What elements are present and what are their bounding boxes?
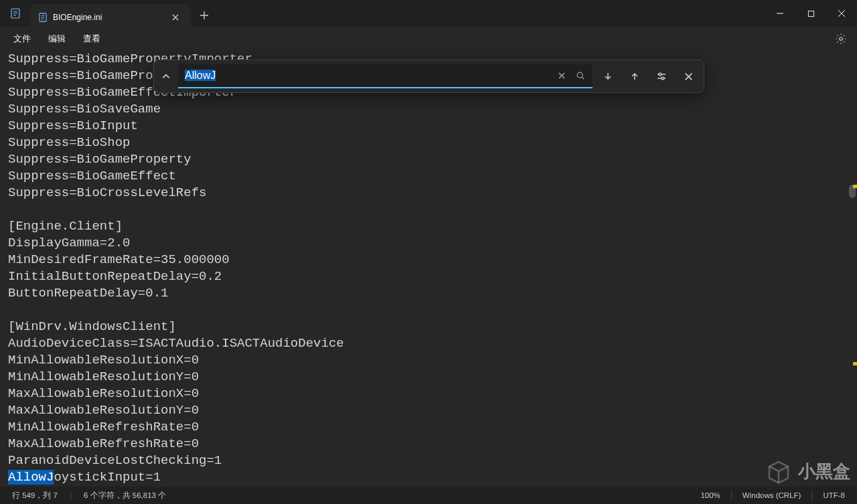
editor-line: DisplayGamma=2.0 <box>8 235 857 252</box>
find-options-button[interactable] <box>650 65 673 88</box>
search-icon[interactable] <box>571 66 590 85</box>
find-prev-button[interactable] <box>623 65 646 88</box>
status-zoom[interactable]: 100% <box>694 491 726 499</box>
svg-point-14 <box>659 73 661 76</box>
divider <box>731 491 732 500</box>
close-find-button[interactable] <box>677 65 700 88</box>
editor-line: MaxAllowableResolutionX=0 <box>8 386 857 402</box>
menu-edit[interactable]: 编辑 <box>40 30 74 48</box>
editor-line <box>8 302 857 319</box>
editor-line: MinDesiredFrameRate=35.000000 <box>8 252 857 268</box>
marker-tick <box>853 185 857 188</box>
svg-point-16 <box>661 77 664 80</box>
window-controls <box>765 0 857 27</box>
settings-button[interactable] <box>830 28 852 50</box>
status-encoding[interactable]: UTF-8 <box>816 491 852 499</box>
find-expand-toggle[interactable] <box>158 64 174 89</box>
find-next-button[interactable] <box>597 65 619 88</box>
editor-line: [WinDrv.WindowsClient] <box>8 319 857 335</box>
find-bar: AllowJ <box>153 60 704 93</box>
status-selection: 6 个字符，共 56,813 个 <box>77 491 173 501</box>
editor-line: Suppress=BioSaveGame <box>8 101 857 118</box>
editor-line: AllowJoystickInput=1 <box>8 469 857 486</box>
editor-line: ButtonRepeatDelay=0.1 <box>8 285 857 302</box>
clear-search-button[interactable] <box>552 66 571 85</box>
marker-tick <box>853 362 857 365</box>
statusbar: 行 549，列 7 | 6 个字符，共 56,813 个 100% Window… <box>0 487 857 504</box>
status-cursor-pos[interactable]: 行 549，列 7 <box>5 491 64 501</box>
new-tab-button[interactable] <box>191 4 218 27</box>
editor-line: ParanoidDeviceLostChecking=1 <box>8 452 857 469</box>
maximize-button[interactable] <box>795 0 826 27</box>
editor-line: MaxAllowableResolutionY=0 <box>8 402 857 419</box>
divider <box>811 491 812 500</box>
divider: | <box>70 491 72 499</box>
svg-rect-9 <box>808 11 813 16</box>
status-line-ending[interactable]: Windows (CRLF) <box>736 491 808 499</box>
editor-line: MaxAllowableRefreshRate=0 <box>8 436 857 452</box>
titlebar-spacer <box>218 0 765 27</box>
tab-close-button[interactable] <box>168 10 183 25</box>
editor-area[interactable]: Suppress=BioGamePropertyImporterSuppress… <box>0 51 857 487</box>
editor-line <box>8 201 857 218</box>
editor-line: Suppress=BioInput <box>8 118 857 135</box>
editor-line: InitialButtonRepeatDelay=0.2 <box>8 268 857 285</box>
close-window-button[interactable] <box>826 0 857 27</box>
find-input[interactable] <box>216 69 384 82</box>
minimize-button[interactable] <box>765 0 795 27</box>
editor-line: Suppress=BioGameEffect <box>8 168 857 185</box>
titlebar: BIOEngine.ini <box>0 0 857 27</box>
menu-view[interactable]: 查看 <box>75 30 108 48</box>
editor-line: MinAllowableResolutionX=0 <box>8 352 857 369</box>
app-icon <box>0 0 30 27</box>
editor-line: Suppress=BioShop <box>8 135 857 151</box>
editor-line: Suppress=BioGameProperty <box>8 151 857 168</box>
svg-point-10 <box>840 37 843 41</box>
tab-active[interactable]: BIOEngine.ini <box>30 4 191 31</box>
svg-line-12 <box>582 77 584 79</box>
editor-line: MinAllowableRefreshRate=0 <box>8 419 857 436</box>
editor-line: AudioDeviceClass=ISACTAudio.ISACTAudioDe… <box>8 335 857 352</box>
editor-line: [Engine.Client] <box>8 218 857 235</box>
find-input-wrap: AllowJ <box>178 64 593 88</box>
file-icon <box>38 13 48 22</box>
svg-point-11 <box>577 72 582 78</box>
tab-title: BIOEngine.ini <box>53 13 163 22</box>
editor-line: MinAllowableResolutionY=0 <box>8 369 857 386</box>
editor-line: Suppress=BioCrossLevelRefs <box>8 185 857 201</box>
menu-file[interactable]: 文件 <box>5 30 39 48</box>
scrollbar-track[interactable] <box>848 51 857 487</box>
